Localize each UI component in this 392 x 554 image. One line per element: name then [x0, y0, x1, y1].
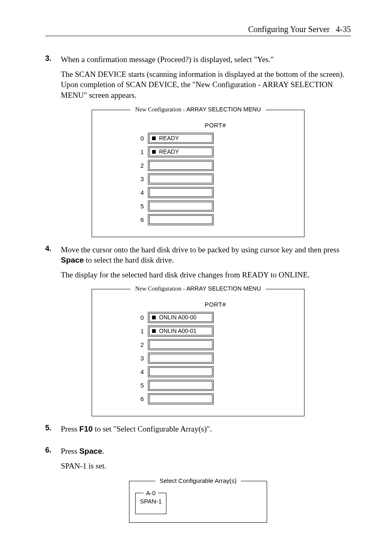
status-square-icon	[152, 329, 156, 333]
step-6-p1b: .	[102, 447, 104, 455]
port-row: 6	[113, 393, 284, 404]
port-status-label: ONLIN A00-01	[159, 327, 196, 335]
figure-title: New Configuration - ARRAY SELECTION MENU	[130, 285, 266, 292]
port-row: 5	[113, 201, 284, 212]
port-row: 0ONLIN A00-00	[113, 312, 284, 323]
step-number: 3.	[45, 54, 61, 105]
port-cell-inner	[149, 161, 212, 170]
port-cell-inner	[149, 215, 212, 224]
step-4-p1a: Move the cursor onto the hard disk drive…	[61, 245, 339, 254]
port-row: 1ONLIN A00-01	[113, 325, 284, 337]
port-index: 6	[113, 216, 148, 223]
step-4-p2: The display for the selected hard disk d…	[61, 270, 351, 280]
step-6: 6. Press Space. SPAN-1 is set.	[45, 446, 351, 475]
port-cell-inner	[149, 367, 212, 376]
port-index: 5	[113, 203, 148, 210]
port-row: 4	[113, 187, 284, 198]
page-header: Configuring Your Server 4-35	[45, 25, 351, 34]
port-row: 3	[113, 353, 284, 364]
figure-title-b: ARRAY SELECTION MENU	[186, 106, 261, 113]
figure-title-a: New Configuration -	[135, 285, 186, 292]
port-cell	[148, 393, 214, 404]
step-number: 6.	[45, 446, 61, 475]
figure-array-menu-ready: New Configuration - ARRAY SELECTION MENU…	[45, 110, 351, 237]
port-cell-inner	[149, 340, 212, 349]
port-index: 1	[113, 148, 148, 155]
port-cell: ONLIN A00-01	[148, 325, 214, 337]
status-square-icon	[152, 136, 156, 140]
status-square-icon	[152, 316, 156, 319]
port-cell-inner: READY	[149, 134, 212, 143]
port-row: 4	[113, 366, 284, 377]
step-4-p1: Move the cursor onto the hard disk drive…	[61, 245, 351, 265]
port-cell-inner	[149, 202, 212, 210]
port-cell	[148, 353, 214, 364]
step-4-p1b: to select the hard disk drive.	[84, 256, 174, 264]
port-cell-inner	[149, 395, 212, 403]
space-key-label: Space	[79, 447, 102, 455]
port-index: 2	[113, 341, 148, 348]
status-square-icon	[152, 150, 156, 154]
step-3: 3. When a confirmation message (Proceed?…	[45, 54, 351, 105]
port-row: 2	[113, 160, 284, 171]
port-status-label: ONLIN A00-00	[159, 314, 196, 321]
step-number: 5.	[45, 424, 61, 439]
port-cell-inner	[149, 175, 212, 183]
port-cell-inner: READY	[149, 148, 212, 156]
step-body: Move the cursor onto the hard disk drive…	[61, 245, 351, 284]
port-index: 4	[113, 368, 148, 375]
step-5-p1a: Press	[61, 425, 79, 433]
port-rows: 0READY1READY23456	[113, 133, 284, 225]
header-title: Configuring Your Server	[248, 25, 330, 34]
f10-key-label: F10	[79, 425, 93, 433]
step-3-p1: When a confirmation message (Proceed?) i…	[61, 54, 351, 65]
sca-inner-frame: A-0 SPAN-1	[135, 493, 166, 514]
port-cell	[148, 339, 214, 350]
figure-title: New Configuration - ARRAY SELECTION MENU	[130, 106, 266, 113]
step-5-p1b: to set "Select Configurable Array(s)".	[93, 425, 212, 433]
page: Configuring Your Server 4-35 3. When a c…	[0, 0, 392, 547]
sca-inner-value: SPAN-1	[140, 498, 161, 505]
port-cell	[148, 380, 214, 391]
header-rule	[45, 36, 351, 36]
port-row: 1READY	[113, 146, 284, 157]
port-cell-inner: ONLIN A00-00	[149, 313, 212, 322]
port-index: 3	[113, 355, 148, 362]
port-cell: READY	[148, 133, 214, 144]
step-4: 4. Move the cursor onto the hard disk dr…	[45, 245, 351, 284]
port-status-label: READY	[159, 148, 179, 156]
step-body: When a confirmation message (Proceed?) i…	[61, 54, 351, 105]
port-cell: ONLIN A00-00	[148, 312, 214, 323]
port-row: 0READY	[113, 133, 284, 144]
figure-title-b: ARRAY SELECTION MENU	[186, 285, 261, 292]
sca-outer-label: Select Configurable Array(s)	[155, 477, 241, 484]
figure-select-configurable-arrays: Select Configurable Array(s) A-0 SPAN-1	[45, 481, 351, 523]
port-row: 6	[113, 214, 284, 225]
port-cell	[148, 214, 214, 225]
sca-outer-frame: Select Configurable Array(s) A-0 SPAN-1	[129, 481, 267, 523]
step-5-p1: Press F10 to set "Select Configurable Ar…	[61, 424, 351, 434]
port-index: 6	[113, 395, 148, 402]
port-index: 4	[113, 189, 148, 196]
port-index: 5	[113, 382, 148, 389]
port-rows: 0ONLIN A00-001ONLIN A00-0123456	[113, 312, 284, 404]
port-index: 0	[113, 314, 148, 321]
figure-array-menu-online: New Configuration - ARRAY SELECTION MENU…	[45, 289, 351, 416]
step-6-p2: SPAN-1 is set.	[61, 461, 351, 471]
step-number: 4.	[45, 245, 61, 284]
port-status-label: READY	[159, 134, 179, 142]
port-index: 0	[113, 135, 148, 142]
port-cell	[148, 173, 214, 185]
port-cell-inner	[149, 354, 212, 362]
port-cell	[148, 201, 214, 212]
step-5: 5. Press F10 to set "Select Configurable…	[45, 424, 351, 439]
figure-frame: New Configuration - ARRAY SELECTION MENU…	[92, 110, 304, 237]
step-body: Press F10 to set "Select Configurable Ar…	[61, 424, 351, 439]
port-column-header: PORT#	[147, 122, 284, 129]
step-body: Press Space. SPAN-1 is set.	[61, 446, 351, 475]
port-cell	[148, 366, 214, 377]
port-index: 2	[113, 162, 148, 169]
port-index: 3	[113, 175, 148, 182]
step-6-p1a: Press	[61, 447, 79, 455]
step-3-p2: The SCAN DEVICE starts (scanning informa…	[61, 69, 351, 101]
